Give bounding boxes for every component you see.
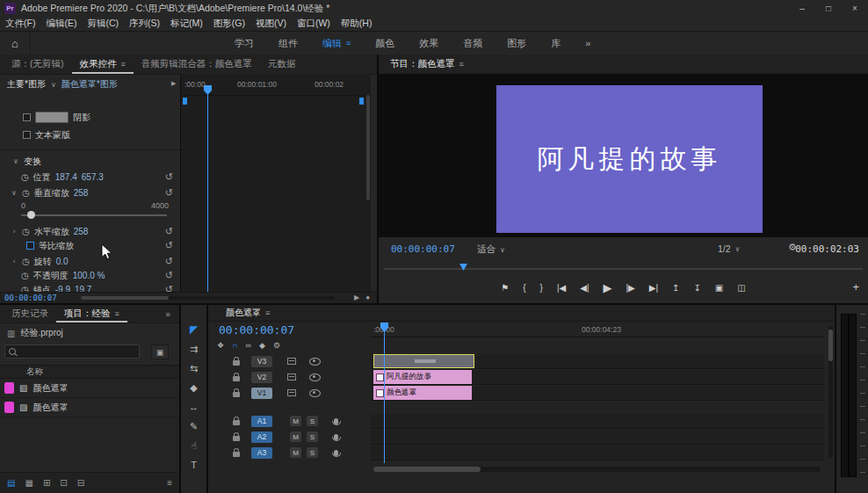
workspace-tab-assembly[interactable]: 组件: [278, 37, 298, 50]
mute-button[interactable]: M: [290, 416, 301, 426]
add-button[interactable]: +: [852, 280, 859, 294]
footer-more-icon[interactable]: ≡: [167, 478, 172, 488]
timeline-vertical-scrollbar-handle[interactable]: [828, 330, 833, 361]
chevron-collapsed-icon[interactable]: ›: [11, 257, 18, 265]
ripple-edit-tool[interactable]: ⇆: [181, 359, 206, 377]
panel-menu-icon[interactable]: ≡: [459, 60, 464, 69]
voiceover-mic-icon[interactable]: [334, 434, 338, 440]
export-frame-button[interactable]: ▣: [715, 283, 723, 293]
tab-overflow-button[interactable]: »: [165, 308, 176, 319]
menu-file[interactable]: 文件(F): [0, 18, 40, 30]
lift-button[interactable]: ↥: [672, 283, 679, 293]
project-file-item[interactable]: ▥ 经验.prproj: [7, 327, 63, 339]
step-forward-button[interactable]: |▶: [626, 283, 634, 293]
lock-icon[interactable]: [233, 360, 240, 366]
track-target-a2[interactable]: A2: [251, 431, 272, 443]
uniform-scale-checkbox[interactable]: [26, 242, 34, 250]
list-view-icon[interactable]: ▤: [7, 478, 15, 488]
menu-edit[interactable]: 编辑(E): [40, 18, 82, 30]
track-select-forward-tool[interactable]: ⇉: [181, 340, 206, 358]
lock-icon[interactable]: [233, 392, 240, 397]
loop-toggle-icon[interactable]: ●: [365, 294, 370, 301]
workspace-tab-audio[interactable]: 音频: [463, 37, 482, 50]
workspace-tab-color[interactable]: 颜色: [375, 37, 394, 50]
comparison-view-button[interactable]: ◫: [737, 283, 745, 293]
panel-menu-icon[interactable]: ≡: [265, 308, 270, 317]
close-button[interactable]: ×: [842, 0, 868, 17]
home-button[interactable]: ⌂: [0, 32, 31, 54]
opacity-value[interactable]: 100.0 %: [73, 271, 105, 280]
menu-view[interactable]: 视图(V): [250, 18, 292, 30]
tab-program-monitor[interactable]: 节目：颜色遮罩 ≡: [382, 54, 472, 74]
timeline-horizontal-scrollbar-handle[interactable]: [373, 467, 481, 472]
track-lane-a1[interactable]: [371, 414, 824, 429]
hand-tool[interactable]: ☝: [181, 437, 206, 454]
timeline-horizontal-scrollbar[interactable]: [373, 467, 821, 472]
search-input[interactable]: [18, 345, 139, 358]
vertical-scale-value[interactable]: 258: [74, 188, 89, 198]
current-time-display[interactable]: 00:00:00:07: [4, 294, 57, 302]
chevron-down-icon[interactable]: ∨: [51, 81, 56, 89]
mark-in-button[interactable]: {: [523, 283, 525, 293]
track-target-a1[interactable]: A1: [251, 416, 272, 427]
lock-icon[interactable]: [233, 420, 240, 425]
keyframe-timeline[interactable]: :00:00 00:00:01:00 00:00:02: [180, 74, 371, 293]
program-scrubber[interactable]: [384, 268, 863, 270]
timeline-view-toggle-icon[interactable]: ▶: [171, 80, 176, 87]
workspace-tab-graphics[interactable]: 图形: [507, 37, 526, 50]
stopwatch-icon[interactable]: ◷: [21, 271, 29, 280]
chevron-collapsed-icon[interactable]: ›: [11, 228, 18, 236]
shadow-color-swatch[interactable]: [35, 112, 69, 123]
reset-icon[interactable]: ↺: [165, 256, 173, 267]
minimize-button[interactable]: –: [789, 0, 815, 17]
selected-graphic-clip[interactable]: [373, 354, 474, 368]
vertical-scrollbar[interactable]: [366, 95, 370, 200]
text-mask-checkbox[interactable]: [23, 131, 31, 139]
list-item[interactable]: ▧ 颜色遮罩: [0, 379, 179, 398]
mark-out-button[interactable]: }: [540, 283, 543, 293]
column-header-row[interactable]: 名称: [0, 365, 179, 379]
menu-window[interactable]: 窗口(W): [292, 18, 336, 30]
sync-lock-icon[interactable]: [287, 373, 296, 381]
slip-tool[interactable]: ↔: [181, 398, 206, 416]
horizontal-scrollbar[interactable]: [81, 296, 335, 300]
razor-tool[interactable]: ◆: [181, 379, 206, 396]
track-visibility-icon[interactable]: [309, 389, 321, 397]
lock-icon[interactable]: [233, 376, 240, 381]
go-to-out-button[interactable]: ▶|: [649, 283, 658, 293]
lock-icon[interactable]: [233, 436, 240, 441]
reset-icon[interactable]: ↺: [165, 171, 173, 183]
search-box[interactable]: [4, 344, 140, 359]
timeline-ruler[interactable]: :00:00 00:00:04:23: [371, 323, 824, 337]
delete-icon[interactable]: ⊟: [77, 478, 84, 488]
clip-v1[interactable]: 颜色遮罩: [373, 386, 472, 400]
clip-v2[interactable]: 阿凡提的故事: [373, 370, 472, 384]
label-color-chip[interactable]: [4, 382, 14, 394]
icon-view-icon[interactable]: ▦: [25, 478, 33, 488]
tab-source-monitor[interactable]: 源：(无剪辑): [4, 54, 72, 74]
new-item-icon[interactable]: ⊡: [60, 478, 67, 488]
menu-sequence[interactable]: 序列(S): [124, 18, 165, 30]
reset-icon[interactable]: ↺: [165, 270, 173, 281]
add-marker-icon[interactable]: ◆: [259, 341, 265, 350]
sync-lock-icon[interactable]: [287, 358, 296, 365]
workspace-overflow-button[interactable]: »: [585, 38, 590, 48]
chevron-expanded-icon[interactable]: ∨: [12, 157, 19, 165]
solo-button[interactable]: S: [307, 447, 318, 458]
go-to-in-button[interactable]: |◀: [557, 283, 566, 293]
program-video-frame[interactable]: 阿凡提的故事: [379, 74, 868, 237]
position-x-value[interactable]: 187.4: [55, 172, 77, 182]
linked-selection-icon[interactable]: ∞: [246, 341, 251, 350]
tab-history[interactable]: 历史记录: [4, 305, 56, 323]
play-audio-toggle-icon[interactable]: ▶: [354, 294, 359, 301]
voiceover-mic-icon[interactable]: [334, 450, 338, 456]
sync-lock-icon[interactable]: [287, 389, 296, 396]
track-visibility-icon[interactable]: [309, 373, 321, 381]
track-target-v3[interactable]: V3: [251, 356, 272, 367]
nest-toggle-icon[interactable]: ❖: [217, 341, 224, 350]
add-marker-button[interactable]: ⚑: [501, 283, 509, 293]
program-current-time[interactable]: 00:00:00:07: [391, 243, 455, 255]
track-target-a3[interactable]: A3: [251, 447, 272, 459]
workspace-tab-editing[interactable]: 编辑 ≡: [322, 37, 351, 50]
voiceover-mic-icon[interactable]: [334, 418, 338, 424]
